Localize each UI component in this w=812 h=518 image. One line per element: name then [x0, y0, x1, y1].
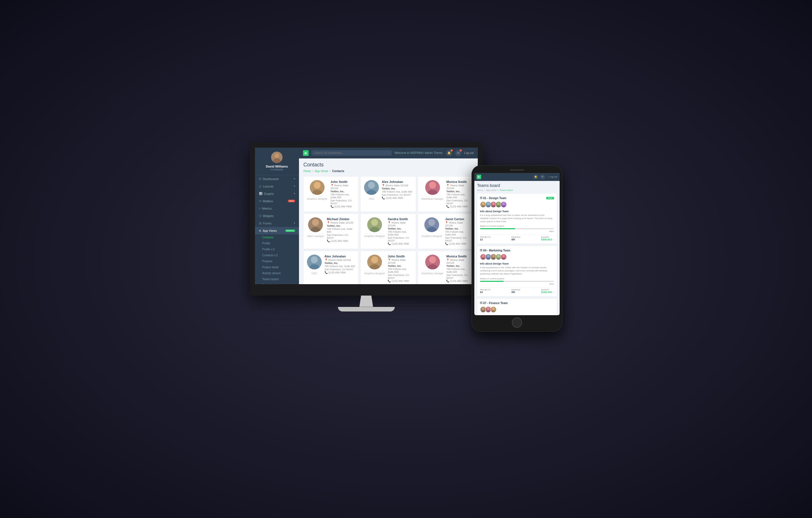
contact-card[interactable]: Graphics designer John Smith 📍 Rivera St… — [303, 176, 359, 212]
contact-role: Sales manager — [307, 233, 324, 238]
contact-address: 📍 Rivera State 32/106 — [388, 221, 412, 227]
chart-icon: 📊 — [259, 192, 262, 195]
sidebar-sub-item-contacts-v2[interactable]: Contacts v.2 — [255, 252, 299, 258]
sidebar-item-metrics[interactable]: ≡ Metrics — [255, 205, 299, 212]
team-card[interactable]: IT-04 - Marketing Team Info about Design… — [477, 246, 557, 296]
contact-address: 📍 Rivera State 32/106 — [446, 258, 469, 264]
contact-city: San Francisco, CA 94107 — [446, 199, 469, 205]
team-avatars — [480, 306, 554, 312]
svg-point-61 — [492, 254, 495, 257]
team-card-header: IT-04 - Marketing Team — [480, 249, 554, 252]
contact-role: CEO — [312, 271, 317, 275]
sidebar-item-label: Metrics — [262, 207, 272, 210]
contact-photo — [307, 254, 322, 269]
sidebar-sub-item-profile-v2[interactable]: Profile v.2 — [255, 246, 299, 252]
sidebar-item-app-views[interactable]: ◈ App Views SPECIAL — [255, 227, 299, 235]
contact-role: Graphics designer — [364, 233, 385, 238]
contact-card[interactable]: Graphics designer Sandra Smith 📍 Rivera … — [361, 214, 416, 249]
contact-city: San Francisco, CA 94107 — [325, 268, 355, 271]
sidebar-sub-item-activity-stream[interactable]: Activity stream — [255, 270, 299, 276]
contact-info: John Smith 📍 Rivera State 32/106 Twitter… — [388, 254, 412, 283]
team-projects-label: PROJECTS — [480, 289, 491, 291]
contacts-grid: Graphics designer John Smith 📍 Rivera St… — [303, 176, 473, 284]
imac-screen: David Williams Art Director ⊞ Dashboards… — [255, 147, 478, 284]
team-budget-value: $190,325 ↑ — [541, 291, 554, 294]
team-new-badge: NEW — [546, 197, 554, 199]
contact-card-inner: Graphics designer — [364, 217, 385, 238]
phone-messages-button[interactable]: ✉ — [540, 174, 545, 180]
phone-topbar: ▦ 🔔 ✉ → Log out — [474, 173, 560, 181]
messages-button[interactable]: ✉2 — [455, 150, 461, 156]
svg-point-43 — [487, 202, 489, 205]
svg-point-49 — [497, 202, 500, 205]
contact-photo — [308, 217, 323, 232]
contact-role: Graphics designer — [307, 196, 328, 200]
sidebar-sub-item-contacts[interactable]: Contacts — [255, 235, 299, 240]
imac-bezel: David Williams Art Director ⊞ Dashboards… — [250, 142, 483, 296]
contact-city: San Francisco, CA 94107 — [327, 234, 355, 239]
sidebar-item-mailbox[interactable]: ✉ Mailbox NEW — [255, 197, 299, 205]
sidebar-item-widgets[interactable]: ⊡ Widgets — [255, 212, 299, 220]
contact-city: San Francisco, CA 94107 — [382, 193, 412, 196]
contact-city: San Francisco, CA 94107 — [388, 236, 412, 242]
app-logo: ▦ — [303, 150, 309, 156]
phone-notifications-button[interactable]: 🔔 — [533, 174, 538, 180]
contact-company: Twitter, Inc. — [446, 265, 469, 267]
team-ranking-value: 3th — [511, 291, 520, 294]
iphone-device: ▦ 🔔 ✉ → Log out Teams board Home \ App v… — [471, 165, 562, 332]
sidebar-item-graphs[interactable]: 📊 Graphs ▾ — [255, 190, 299, 197]
message-badge: 2 — [460, 149, 462, 152]
contact-card[interactable]: Graphics designer John Smith 📍 Rivera St… — [361, 251, 416, 284]
contact-name: Monica Smith — [446, 180, 469, 184]
team-card[interactable]: IT-01 - Design Team NEW Info about Desig… — [477, 194, 557, 244]
widget-icon: ⊡ — [259, 214, 261, 217]
contact-card[interactable]: Marketing manager Monica Smith 📍 Rivera … — [418, 176, 473, 212]
team-section-title: Info about Design Team — [480, 210, 554, 213]
team-member-avatar — [490, 306, 496, 312]
svg-point-22 — [311, 256, 318, 263]
search-input[interactable] — [312, 150, 392, 156]
contact-info: Janet Carton 📍 Rivera State 32/106 Twitt… — [445, 217, 470, 245]
contact-info: Sandra Smith 📍 Rivera State 32/106 Twitt… — [388, 217, 412, 245]
team-member-avatar — [500, 254, 507, 260]
team-projects-label: PROJECTS — [480, 236, 491, 238]
breadcrumb-app-views[interactable]: App Views — [315, 169, 328, 173]
svg-point-7 — [368, 182, 375, 189]
contact-phone: 📞 (123) 456-7890 — [445, 242, 470, 245]
svg-point-25 — [371, 256, 378, 263]
team-stat-projects: PROJECTS 24 — [480, 289, 491, 294]
contact-city: San Francisco, CA 94107 — [445, 236, 470, 242]
team-card[interactable]: IT-07 - Finance Team Info about Design T… — [477, 299, 557, 315]
contact-name: Michael Zimber — [327, 217, 355, 221]
team-avatars — [480, 201, 554, 208]
sidebar-sub-item-social-feed[interactable]: Social feed — [255, 282, 299, 284]
contact-address: 📍 Rivera State 32/106 — [330, 184, 355, 190]
contact-name: John Smith — [388, 254, 412, 258]
contact-card-inner: Marketing manager — [422, 254, 444, 275]
sidebar-sub-item-project-detail[interactable]: Project detail — [255, 264, 299, 270]
breadcrumb-home[interactable]: Home — [303, 169, 311, 173]
appview-icon: ◈ — [259, 229, 261, 232]
sidebar-item-dashboards[interactable]: ⊞ Dashboards ▾ — [255, 175, 299, 183]
team-ranking-label: RANKING — [511, 236, 520, 238]
contact-card[interactable]: CEO Alex Johnatan 📍 Rivera State 32/106 … — [303, 251, 359, 284]
sidebar-item-layouts[interactable]: ◫ Layouts ▾ — [255, 183, 299, 190]
team-stats: PROJECTS 12 RANKING 4th BUDGET $300,913 … — [480, 235, 554, 241]
phone-logout[interactable]: → Log out — [547, 175, 557, 178]
notifications-button[interactable]: 🔔3 — [446, 150, 452, 156]
contact-card[interactable]: Graphics designer Janet Carton 📍 Rivera … — [418, 214, 473, 249]
contact-card[interactable]: Sales manager Michael Zimber 📍 Rivera St… — [303, 214, 359, 249]
contact-city: San Francisco, CA 94107 — [446, 274, 469, 279]
sidebar-sub-item-teams-board[interactable]: Teams board — [255, 276, 299, 282]
contact-card[interactable]: Marketing manager Monica Smith 📍 Rivera … — [418, 251, 473, 284]
sidebar-sub-item-profile[interactable]: Profile — [255, 240, 299, 246]
logout-label[interactable]: Log out — [464, 151, 473, 155]
sidebar-sub-item-projects[interactable]: Projects — [255, 258, 299, 264]
contact-street: 795 Folsom Ave, Suite 600 — [446, 193, 469, 199]
mail-icon: ✉ — [259, 199, 261, 202]
iphone-home-button[interactable] — [512, 318, 522, 328]
team-ranking-value: 4th — [511, 238, 520, 241]
scene: David Williams Art Director ⊞ Dashboards… — [250, 142, 562, 376]
contact-card[interactable]: CEO Alex Johnatan 📍 Rivera State 32/106 … — [361, 176, 416, 212]
sidebar-item-forms[interactable]: ▤ Forms ▾ — [255, 220, 299, 227]
